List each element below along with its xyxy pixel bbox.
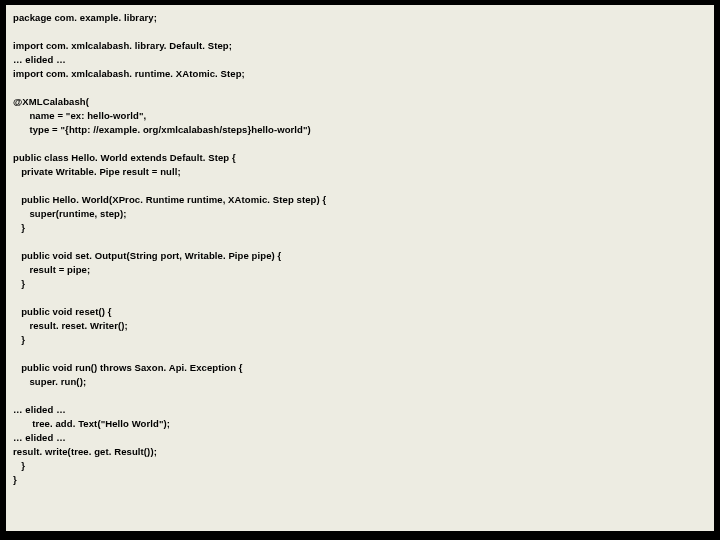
code-line: public class Hello. World extends Defaul… [13, 152, 236, 163]
code-line: super(runtime, step); [13, 208, 127, 219]
code-line: public void reset() { [13, 306, 111, 317]
code-line: result. write(tree. get. Result()); [13, 446, 157, 457]
code-line: public void run() throws Saxon. Api. Exc… [13, 362, 243, 373]
code-line: private Writable. Pipe result = null; [13, 166, 181, 177]
code-line: result = pipe; [13, 264, 90, 275]
code-line: } [13, 278, 25, 289]
code-line: } [13, 460, 25, 471]
code-line: public void set. Output(String port, Wri… [13, 250, 281, 261]
code-line: name = "ex: hello-world", [13, 110, 146, 121]
code-line: import com. xmlcalabash. runtime. XAtomi… [13, 68, 245, 79]
code-panel: package com. example. library; import co… [5, 4, 715, 532]
code-line: tree. add. Text("Hello World"); [13, 418, 170, 429]
code-line: … elided … [13, 432, 66, 443]
code-line: type = "{http: //example. org/xmlcalabas… [13, 124, 311, 135]
code-line: @XMLCalabash( [13, 96, 89, 107]
code-line: … elided … [13, 54, 66, 65]
code-line: public Hello. World(XProc. Runtime runti… [13, 194, 326, 205]
code-line: import com. xmlcalabash. library. Defaul… [13, 40, 232, 51]
code-line: super. run(); [13, 376, 86, 387]
code-line: … elided … [13, 404, 66, 415]
code-line: } [13, 334, 25, 345]
code-line: package com. example. library; [13, 12, 157, 23]
code-line: } [13, 474, 17, 485]
code-line: result. reset. Writer(); [13, 320, 128, 331]
code-line: } [13, 222, 25, 233]
